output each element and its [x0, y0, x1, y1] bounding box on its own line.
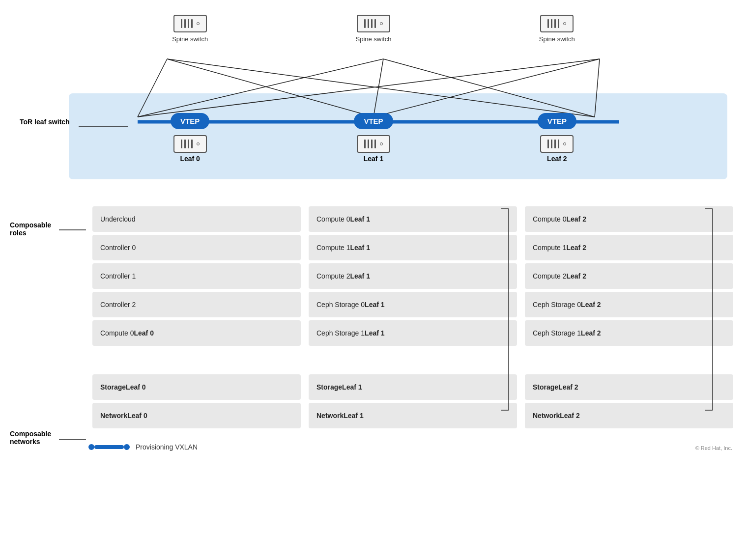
role-ceph0-leaf1: Ceph Storage 0 Leaf 1	[309, 292, 517, 317]
network-networkleaf1: NetworkLeaf 1	[309, 403, 517, 428]
spine-switch-icon-2	[540, 15, 574, 32]
column-0: Undercloud Controller 0 Controller 1 Con…	[88, 206, 305, 428]
leaf-label-0: Leaf 0	[180, 155, 200, 163]
leaf-label-2: Leaf 2	[547, 155, 567, 163]
spine-switch-icon-1	[357, 15, 390, 32]
legend-line-wrapper	[88, 444, 130, 450]
network-networkleaf0: NetworkLeaf 0	[92, 403, 301, 428]
spine-switch-icon-0	[173, 15, 207, 32]
leaf-switch-icon-2	[540, 135, 574, 153]
main-container: ToR leaf switch Spine switch	[0, 0, 747, 461]
role-undercloud: Undercloud	[92, 206, 301, 232]
tor-label-container: ToR leaf switch	[20, 118, 70, 126]
legend-bar	[94, 445, 124, 449]
spine-switch-2: Spine switch	[539, 15, 575, 43]
col0-spacer	[92, 349, 301, 371]
spine-switch-1: Spine switch	[356, 15, 392, 43]
tor-label: ToR leaf switch	[20, 118, 70, 126]
leaf-switch-icon-1	[357, 135, 390, 153]
network-storageleaf1: StorageLeaf 1	[309, 374, 517, 400]
leaf-switch-2: Leaf 2	[540, 135, 574, 163]
spine-row: Spine switch Spine switch	[10, 15, 737, 43]
role-compute0-leaf1: Compute 0 Leaf 1	[309, 206, 517, 232]
legend-dot-right	[124, 444, 130, 450]
role-controller0: Controller 0	[92, 235, 301, 260]
column-2: Compute 0 Leaf 2 Compute 1 Leaf 2 Comput…	[521, 206, 737, 428]
role-compute0-leaf0: Compute 0 Leaf 0	[92, 320, 301, 346]
role-compute1-leaf1: Compute 1 Leaf 1	[309, 235, 517, 260]
composable-roles-label: Composableroles	[10, 221, 51, 237]
spine-switch-label-2: Spine switch	[539, 35, 575, 43]
spine-switch-label-1: Spine switch	[356, 35, 392, 43]
col1-spacer	[309, 349, 517, 371]
legend: Provisioning VXLAN	[10, 443, 737, 451]
role-controller2: Controller 2	[92, 292, 301, 317]
legend-icon	[88, 444, 130, 450]
legend-dot-left	[88, 444, 94, 450]
col2-spacer	[525, 349, 733, 371]
leaf-switch-1: Leaf 1	[357, 135, 390, 163]
network-storageleaf0: StorageLeaf 0	[92, 374, 301, 400]
labels-arrows-svg	[10, 206, 88, 501]
roles-section: Composableroles Composablenetworks	[10, 206, 737, 428]
columns-wrapper: Undercloud Controller 0 Controller 1 Con…	[88, 206, 737, 428]
vtep-pill-1: VTEP	[354, 113, 393, 129]
composable-networks-label: Composablenetworks	[10, 430, 51, 446]
role-compute0-leaf2: Compute 0 Leaf 2	[525, 206, 733, 232]
legend-text: Provisioning VXLAN	[136, 443, 198, 451]
network-storageleaf2: StorageLeaf 2	[525, 374, 733, 400]
role-compute2-leaf2: Compute 2 Leaf 2	[525, 263, 733, 289]
vtep-group-1: VTEP Leaf 1	[354, 113, 393, 163]
role-ceph1-leaf2: Ceph Storage 1 Leaf 2	[525, 320, 733, 346]
network-section: ToR leaf switch Spine switch	[10, 10, 737, 196]
spine-switch-label-0: Spine switch	[172, 35, 208, 43]
leaf-switch-0: Leaf 0	[173, 135, 207, 163]
copyright: © Red Hat, Inc.	[695, 445, 732, 451]
left-labels: Composableroles Composablenetworks	[10, 206, 88, 428]
role-ceph0-leaf2: Ceph Storage 0 Leaf 2	[525, 292, 733, 317]
spine-switch-0: Spine switch	[172, 15, 208, 43]
vtep-group-0: VTEP Leaf 0	[171, 113, 209, 163]
leaf-label-1: Leaf 1	[364, 155, 383, 163]
vtep-pill-2: VTEP	[538, 113, 576, 129]
role-controller1: Controller 1	[92, 263, 301, 289]
vtep-group-2: VTEP Leaf 2	[538, 113, 576, 163]
vtep-pill-0: VTEP	[171, 113, 209, 129]
column-1: Compute 0 Leaf 1 Compute 1 Leaf 1 Comput…	[305, 206, 521, 428]
network-networkleaf2: NetworkLeaf 2	[525, 403, 733, 428]
role-compute2-leaf1: Compute 2 Leaf 1	[309, 263, 517, 289]
vtep-row: VTEP Leaf 0 VTEP	[10, 113, 737, 163]
role-ceph1-leaf1: Ceph Storage 1 Leaf 1	[309, 320, 517, 346]
role-compute1-leaf2: Compute 1 Leaf 2	[525, 235, 733, 260]
leaf-switch-icon-0	[173, 135, 207, 153]
